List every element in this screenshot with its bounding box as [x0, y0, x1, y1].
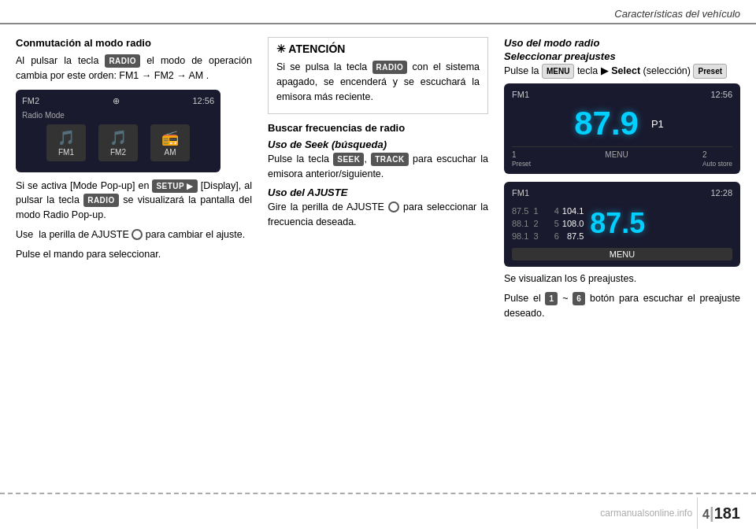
radio-key-atention: RADIO — [372, 61, 408, 74]
radio-key-1: RADIO — [105, 54, 140, 68]
main-content: Conmutación al modo radio Al pulsar la t… — [0, 24, 756, 493]
asterisk-icon: ✳ — [276, 42, 286, 55]
seek-key: SEEK — [333, 153, 364, 166]
header-title: Características del vehículo — [614, 8, 740, 20]
fm1-icon: 🎵 FM1 — [46, 124, 86, 161]
menu-key: MENU — [542, 64, 574, 79]
am-icon: 📻 AM — [150, 124, 190, 161]
atention-text: Si se pulsa la tecla RADIO con el sistem… — [276, 60, 480, 104]
middle-column: ✳ ATENCIÓN Si se pulsa la tecla RADIO co… — [268, 37, 488, 493]
section3-p3: Pulse el 1 ~ 6 botón para escuchar el pr… — [504, 291, 740, 321]
screen-large-top: FM1 12:56 — [512, 90, 732, 99]
freq-row: 87.9 P1 — [512, 104, 732, 143]
presets-freq-large: 87.5 — [590, 207, 645, 240]
screen-presets-station: FM1 — [512, 188, 529, 198]
screen-top-bar-1: FM2 ⊕ 12:56 — [22, 96, 214, 106]
subsection3a-title: Seleccionar preajustes — [504, 50, 740, 62]
screen-large-freq: 87.9 — [574, 107, 639, 140]
footer-divider — [697, 497, 698, 529]
preset-row-4: 4104.1 — [554, 205, 584, 216]
radio-screen-presets: FM1 12:28 87.51 4104.1 88.12 5108.0 — [504, 182, 740, 267]
section3-p2: Se visualizan los 6 preajustes. — [504, 272, 740, 286]
atention-box: ✳ ATENCIÓN Si se pulsa la tecla RADIO co… — [268, 37, 488, 114]
screen-station-1: FM2 — [22, 96, 39, 106]
right-column: Uso del modo radio Seleccionar preajuste… — [504, 37, 740, 493]
page-chapter: 4 — [702, 508, 710, 522]
screen-presets-top: FM1 12:28 — [512, 188, 732, 198]
btn1: 1 — [545, 292, 558, 305]
section1-p1: Al pulsar la tecla RADIO el modo de oper… — [16, 54, 252, 83]
watermark: carmanualsonline.info — [600, 508, 692, 519]
atention-title: ✳ ATENCIÓN — [276, 42, 480, 55]
section3-title: Uso del modo radio — [504, 37, 740, 49]
preset-row-3: 98.13 — [512, 231, 542, 242]
footer: carmanualsonline.info 4 | 181 — [0, 493, 756, 532]
page-header: Características del vehículo — [0, 0, 756, 24]
screen-large-time: 12:56 — [710, 90, 732, 99]
preset-row-2: 88.12 — [512, 218, 542, 229]
section1-title: Conmutación al modo radio — [16, 37, 252, 49]
screen-presets-time: 12:28 — [710, 188, 732, 198]
radio-mode-label: Radio Mode — [22, 111, 214, 120]
section1-p4: Pulse el mando para seleccionar. — [16, 247, 252, 262]
radio-screen-large: FM1 12:56 87.9 P1 1Preset MENU 2Auto sto… — [504, 83, 740, 174]
ajuste-knob — [132, 229, 143, 240]
presets-layout: 87.51 4104.1 88.12 5108.0 98.13 — [512, 202, 732, 245]
screen-icons: 🎵 FM1 🎵 FM2 📻 AM — [22, 124, 214, 161]
screen-large-preset: P1 — [651, 118, 670, 130]
track-key: TRACK — [371, 153, 409, 166]
screen-time-1: 12:56 — [192, 96, 214, 106]
left-column: Conmutación al modo radio Al pulsar la t… — [16, 37, 252, 493]
subsection2a-p: Pulse la tecla SEEK, TRACK para escuchar… — [268, 152, 488, 182]
screen-icon-center: ⊕ — [113, 96, 120, 106]
section1-p2: Si se activa [Mode Pop-up] en SETUP ▶ [D… — [16, 179, 252, 223]
preset-grid: 87.51 4104.1 88.12 5108.0 98.13 — [512, 205, 584, 242]
btn6: 6 — [573, 292, 585, 305]
presets-menu-bar: MENU — [512, 248, 732, 260]
subsection2a-title: Uso de Seek (búsqueda) — [268, 139, 488, 150]
section2-title: Buscar frecuencias de radio — [268, 122, 488, 134]
footer-right: carmanualsonline.info 4 | 181 — [600, 497, 740, 529]
page-number: 4 | 181 — [702, 504, 740, 523]
subsection2b-title: Uso del AJUSTE — [268, 187, 488, 198]
radio-key-2: RADIO — [83, 194, 119, 207]
ajuste-knob-2 — [388, 201, 399, 212]
screen-large-station: FM1 — [512, 90, 529, 99]
preset-row-1: 87.51 — [512, 205, 542, 216]
screen-large-bottom: 1Preset MENU 2Auto store — [512, 146, 732, 168]
subsection2b-p: Gire la perilla de AJUSTE para seleccion… — [268, 200, 488, 230]
select-label: Select — [611, 65, 640, 76]
bottom-autostore: 2Auto store — [702, 150, 732, 168]
subsection3a-p: Pulse la MENU tecla ▶ Select (selección)… — [504, 64, 740, 79]
radio-screen-1: FM2 ⊕ 12:56 Radio Mode 🎵 FM1 🎵 FM2 📻 AM — [16, 90, 220, 172]
page-number-value: 181 — [714, 504, 740, 523]
fm2-icon: 🎵 FM2 — [98, 124, 138, 161]
bottom-preset: 1Preset — [512, 150, 531, 168]
setup-key: SETUP ▶ — [152, 179, 197, 193]
preset-row-5: 5108.0 — [554, 218, 584, 229]
section1-p3: Use la perilla de AJUSTE para cambiar el… — [16, 227, 252, 242]
preset-badge: Preset — [693, 64, 727, 79]
preset-row-6: 687.5 — [554, 231, 584, 242]
bottom-menu: MENU — [605, 150, 628, 168]
